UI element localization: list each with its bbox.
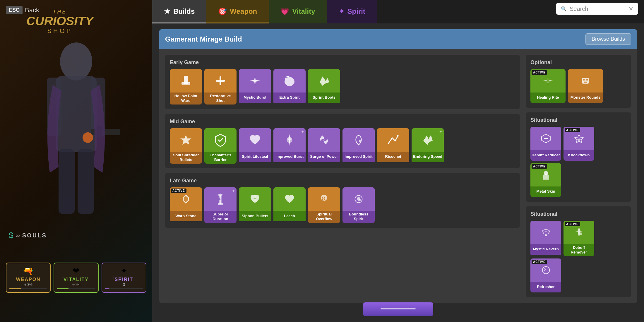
item-boundless-spirit[interactable]: Boundless Spirit (342, 187, 375, 223)
item-hollow-point-ward[interactable]: Hollow Point Ward (170, 69, 202, 105)
surge-of-power-icon-area (308, 128, 340, 152)
item-healing-rite[interactable]: ACTIVE Healing Rite (530, 69, 566, 103)
item-ricochet[interactable]: Ricochet (377, 128, 409, 164)
warp-stone-icon-area: ACTIVE (170, 187, 202, 211)
item-metal-skin[interactable]: ACTIVE Metal Skin (530, 163, 561, 197)
vitality-icon: ❤ (57, 266, 95, 276)
item-sprint-boots[interactable]: Sprint Boots (308, 69, 340, 105)
bottom-stats: 🔫 WEAPON +0% ❤ VITALITY +0% ✦ SPIRIT 0 (0, 263, 152, 293)
item-refresher[interactable]: ACTIVE Refresher (530, 258, 561, 292)
spirit-lifesteal-label: Spirit Lifesteal (239, 152, 271, 162)
item-warp-stone[interactable]: ACTIVE Warp Stone (170, 187, 202, 223)
item-superior-duration[interactable]: ✦ Superior Duration (204, 187, 237, 223)
item-mystic-burst[interactable]: Mystic Burst (239, 69, 271, 105)
restorative-shot-icon-area (204, 69, 237, 93)
situational-2-title: Situational (530, 211, 626, 217)
restorative-shot-label: Restorative Shot (204, 93, 237, 105)
item-leech[interactable]: Leech (273, 187, 306, 223)
sparkle-icon: ✦ (301, 129, 304, 134)
item-enchanters-barrier[interactable]: Enchanter's Barrier (204, 128, 237, 164)
item-soul-shredder[interactable]: Soul Shredder Bullets (170, 128, 202, 164)
late-game-title: Late Game (170, 178, 515, 184)
sprint-boots-icon (317, 73, 331, 88)
monster-rounds-icon-area (568, 69, 603, 93)
spirit-stat-name: SPIRIT (105, 277, 143, 282)
item-extra-spirit[interactable]: Extra Spirit (273, 69, 306, 105)
sprint-boots-icon-area (308, 69, 340, 93)
early-game-section: Early Game Hollow Point Ward (165, 55, 520, 109)
monster-rounds-icon (579, 74, 592, 87)
hollow-point-ward-label: Hollow Point Ward (170, 93, 202, 105)
close-icon[interactable]: ✕ (628, 5, 633, 12)
side-sections: Optional ACTIVE Healing Rite (526, 55, 631, 297)
tab-builds[interactable]: ★ Builds (152, 0, 206, 23)
mystic-reverb-icon (539, 226, 552, 239)
bottom-action-button[interactable] (363, 302, 433, 316)
item-enduring-speed[interactable]: ✦ Enduring Speed (412, 128, 444, 164)
situational-1-section: Situational Debuff Reducer (526, 112, 631, 202)
enchanters-barrier-icon (213, 133, 228, 147)
hollow-point-ward-icon (179, 73, 193, 88)
situational-1-items: Debuff Reducer ACTIVE Knockdown (530, 127, 626, 197)
search-input[interactable]: Search (570, 6, 626, 12)
mid-game-title: Mid Game (170, 119, 515, 125)
search-box[interactable]: 🔍 Search ✕ (556, 3, 638, 15)
souls-indicator: $ ∞ SOULS (9, 231, 47, 240)
tab-spirit[interactable]: ✦ Spirit (327, 0, 377, 23)
early-game-items: Hollow Point Ward Restorative Shot (170, 69, 515, 105)
item-improved-burst[interactable]: ✦ Improved Burst (273, 128, 306, 164)
improved-burst-label: Improved Burst (273, 152, 306, 162)
item-spirit-lifesteal[interactable]: Spirit Lifesteal (239, 128, 271, 164)
search-area: 🔍 Search ✕ (556, 3, 638, 15)
spiritual-overflow-icon-area (308, 187, 340, 211)
knockdown-label: Knockdown (564, 150, 594, 161)
vitality-stat-value: +0% (57, 282, 95, 287)
restorative-shot-icon (213, 73, 228, 88)
item-knockdown[interactable]: ACTIVE Knockdown (564, 127, 594, 161)
item-spiritual-overflow[interactable]: Spiritual Overflow (308, 187, 340, 223)
svg-point-18 (218, 194, 222, 196)
weapon-stat-box: 🔫 WEAPON +0% (6, 263, 51, 293)
mid-game-items: Soul Shredder Bullets Enchanter's Barrie… (170, 128, 515, 164)
character-silhouette (26, 26, 126, 225)
item-monster-rounds[interactable]: Monster Rounds (568, 69, 603, 103)
vitality-stat-box: ❤ VITALITY +0% (54, 263, 98, 293)
item-siphon-bullets[interactable]: Siphon Bullets (239, 187, 271, 223)
metal-skin-active-badge: ACTIVE (532, 164, 547, 169)
item-mystic-reverb[interactable]: Mystic Reverb (530, 221, 561, 256)
enchanters-barrier-label: Enchanter's Barrier (204, 152, 237, 164)
tab-vitality[interactable]: 💗 Vitality (269, 0, 327, 23)
mystic-reverb-label: Mystic Reverb (530, 244, 561, 255)
boundless-spirit-icon-area (342, 187, 375, 211)
enduring-speed-label: Enduring Speed (412, 152, 444, 162)
logo-curiosity: CURIOSITY (26, 15, 93, 27)
svg-rect-28 (586, 79, 588, 80)
mystic-reverb-icon-area (530, 221, 561, 244)
situational-2-section: Situational Mystic Reverb (526, 206, 631, 297)
item-restorative-shot[interactable]: Restorative Shot (204, 69, 237, 105)
svg-rect-29 (584, 82, 587, 83)
item-debuff-remover[interactable]: ACTIVE Debuff Remover (564, 221, 594, 256)
main-sections: Early Game Hollow Point Ward (165, 55, 520, 297)
knockdown-icon-area: ACTIVE (564, 127, 594, 150)
tab-weapon[interactable]: 🎯 Weapon (206, 0, 269, 23)
spirit-star-icon: ✦ (339, 7, 345, 16)
debuff-reducer-label: Debuff Reducer (530, 150, 561, 161)
main-panel: ★ Builds 🎯 Weapon 💗 Vitality ✦ Spirit 🔍 … (152, 0, 644, 322)
item-surge-of-power[interactable]: Surge of Power (308, 128, 340, 164)
mystic-burst-label: Mystic Burst (239, 93, 271, 103)
search-icon: 🔍 (561, 6, 567, 12)
leech-icon (283, 193, 296, 205)
item-debuff-reducer[interactable]: Debuff Reducer (530, 127, 561, 161)
weapon-bar-fill (9, 288, 21, 289)
item-improved-spirit[interactable]: Improved Spirit (342, 128, 375, 164)
svg-rect-26 (582, 78, 589, 83)
monster-rounds-label: Monster Rounds (568, 93, 603, 103)
leech-icon-area (273, 187, 306, 211)
late-game-items: ACTIVE Warp Stone ✦ (170, 187, 515, 223)
spiritual-overflow-label: Spiritual Overflow (308, 211, 340, 223)
healing-rite-active-badge: ACTIVE (532, 70, 547, 75)
browse-builds-button[interactable]: Browse Builds (585, 33, 631, 45)
esc-badge[interactable]: ESC (6, 6, 23, 14)
svg-point-8 (83, 132, 93, 143)
